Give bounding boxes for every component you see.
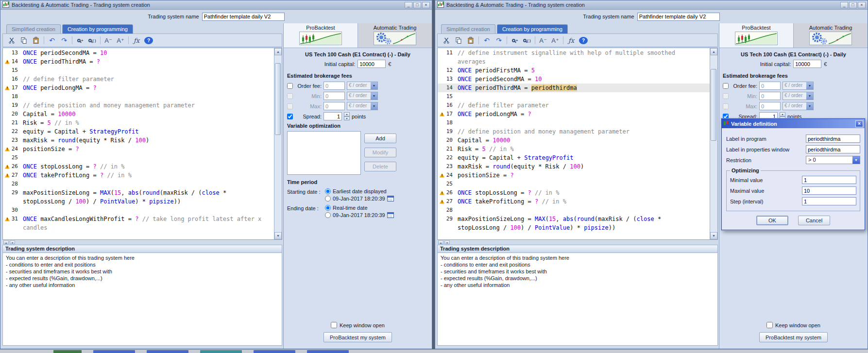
code-editor[interactable]: 11// define instrument signalline with h… <box>438 48 710 239</box>
cancel-button[interactable]: Cancel <box>798 216 830 225</box>
scroll-thumb[interactable] <box>275 63 281 135</box>
copy-icon[interactable] <box>454 35 463 45</box>
help-icon[interactable]: ? <box>579 37 588 44</box>
taskbar-item[interactable] <box>254 350 295 353</box>
tab-creation-by-programming[interactable]: Creation by programming <box>62 24 133 34</box>
scroll-down-icon[interactable]: ▼ <box>710 232 717 239</box>
order-fee-input[interactable] <box>323 82 345 90</box>
font-smaller-icon[interactable]: A⁻ <box>539 35 547 45</box>
step-interval-input[interactable] <box>802 197 856 205</box>
min-fee-unit-select[interactable]: € / order▼ <box>783 92 814 100</box>
paste-icon[interactable] <box>32 35 40 45</box>
minimize-button[interactable]: _ <box>840 2 848 8</box>
font-larger-icon[interactable]: A⁺ <box>551 35 560 45</box>
minimize-button[interactable]: _ <box>405 2 412 8</box>
undo-icon[interactable]: ↶ <box>48 35 56 45</box>
calendar-icon[interactable] <box>387 212 394 218</box>
bracket-search-icon[interactable]: ( ) <box>88 35 97 45</box>
trading-system-name-input[interactable] <box>637 13 720 21</box>
zoom-icon[interactable]: + <box>76 35 85 45</box>
spread-input[interactable] <box>323 112 342 120</box>
maximal-value-input[interactable] <box>802 186 856 195</box>
scroll-down-icon[interactable]: ▼ <box>274 232 282 239</box>
scrollbar[interactable]: ▲ ▼ <box>274 48 282 239</box>
spread-checkbox[interactable] <box>287 114 293 119</box>
zoom-icon[interactable]: + <box>511 35 519 45</box>
min-fee-checkbox[interactable] <box>723 93 729 99</box>
help-icon[interactable]: ? <box>144 37 153 44</box>
tab-automatic-trading[interactable]: Automatic Trading <box>793 23 868 48</box>
scroll-up-icon[interactable]: ▲ <box>274 48 282 55</box>
min-fee-input[interactable] <box>759 92 781 100</box>
tab-probacktest[interactable]: ProBacktest <box>719 23 793 48</box>
function-icon[interactable]: ƒx <box>567 35 576 45</box>
titlebar[interactable]: Backtesting & Automatic Trading - Tradin… <box>0 0 432 10</box>
tab-simplified-creation[interactable]: Simplified creation <box>441 24 495 34</box>
order-fee-checkbox[interactable] <box>723 83 729 89</box>
paste-icon[interactable] <box>466 35 475 45</box>
collapse-up-icon[interactable]: ▲ <box>438 240 443 244</box>
scroll-up-icon[interactable]: ▲ <box>710 48 717 55</box>
undo-icon[interactable]: ↶ <box>482 35 491 45</box>
min-fee-input[interactable] <box>323 92 345 100</box>
copy-icon[interactable] <box>19 35 28 45</box>
max-fee-unit-select[interactable]: € / order▼ <box>347 102 378 110</box>
scroll-thumb[interactable] <box>711 69 716 141</box>
taskbar-item[interactable] <box>147 350 188 353</box>
realtime-date-radio[interactable] <box>325 205 331 211</box>
dialog-close-icon[interactable]: × <box>855 120 863 127</box>
order-fee-input[interactable] <box>759 82 781 90</box>
taskbar-item[interactable] <box>53 350 82 353</box>
variable-optimization-list[interactable] <box>287 131 361 175</box>
initial-capital-input[interactable] <box>357 60 386 68</box>
probacktest-my-system-button[interactable]: ProBacktest my system <box>759 332 828 342</box>
min-fee-checkbox[interactable] <box>287 93 293 99</box>
font-larger-icon[interactable]: A⁺ <box>116 35 125 45</box>
splitter[interactable]: ▲ ▼ <box>2 240 283 245</box>
order-fee-unit-select[interactable]: € / order▼ <box>347 82 378 90</box>
taskbar-item[interactable] <box>307 350 349 353</box>
max-fee-input[interactable] <box>323 102 345 110</box>
calendar-icon[interactable] <box>387 196 394 202</box>
modify-button[interactable]: Modify <box>364 148 396 157</box>
scrollbar[interactable]: ▲ ▼ <box>710 48 717 239</box>
tab-probacktest[interactable]: ProBacktest <box>284 23 357 48</box>
initial-capital-input[interactable] <box>793 60 821 68</box>
tab-simplified-creation[interactable]: Simplified creation <box>6 24 61 34</box>
ok-button[interactable]: OK <box>756 216 788 225</box>
cut-icon[interactable] <box>442 35 451 45</box>
order-fee-checkbox[interactable] <box>287 83 293 89</box>
probacktest-my-system-button[interactable]: ProBacktest my system <box>323 332 392 342</box>
collapse-down-icon[interactable]: ▼ <box>444 240 450 244</box>
tab-creation-by-programming[interactable]: Creation by programming <box>497 24 568 34</box>
label-in-program-input[interactable] <box>806 134 860 143</box>
max-fee-unit-select[interactable]: € / order▼ <box>783 102 814 110</box>
minimal-value-input[interactable] <box>802 176 856 184</box>
max-fee-checkbox[interactable] <box>287 103 293 109</box>
collapse-down-icon[interactable]: ▼ <box>10 240 15 244</box>
taskbar-item[interactable] <box>93 350 135 353</box>
ending-date-radio[interactable] <box>325 212 331 218</box>
dialog-titlebar[interactable]: Variable definition × <box>722 119 865 128</box>
description-textarea[interactable]: You can enter a description of this trad… <box>2 252 282 346</box>
delete-button[interactable]: Delete <box>364 162 396 171</box>
min-fee-unit-select[interactable]: € / order▼ <box>347 92 378 100</box>
max-fee-input[interactable] <box>759 102 781 110</box>
close-button[interactable]: × <box>858 2 866 8</box>
add-button[interactable]: Add <box>364 134 396 143</box>
max-fee-checkbox[interactable] <box>723 103 729 109</box>
restriction-select[interactable]: > 0▼ <box>806 156 860 164</box>
starting-date-radio[interactable] <box>325 196 331 202</box>
splitter[interactable]: ▲ ▼ <box>437 240 719 245</box>
taskbar-item[interactable] <box>200 350 242 353</box>
maximize-button[interactable]: □ <box>413 2 421 8</box>
titlebar[interactable]: Backtesting & Automatic Trading - Tradin… <box>435 0 868 10</box>
trading-system-name-input[interactable] <box>202 13 285 21</box>
redo-icon[interactable]: ↷ <box>494 35 503 45</box>
order-fee-unit-select[interactable]: € / order▼ <box>783 82 814 90</box>
keep-window-open-checkbox[interactable] <box>766 322 773 328</box>
bracket-search-icon[interactable]: ( ) <box>523 35 531 45</box>
description-textarea[interactable]: You can enter a description of this trad… <box>437 252 718 346</box>
maximize-button[interactable]: □ <box>849 2 857 8</box>
tab-automatic-trading[interactable]: Automatic Trading <box>357 23 432 48</box>
